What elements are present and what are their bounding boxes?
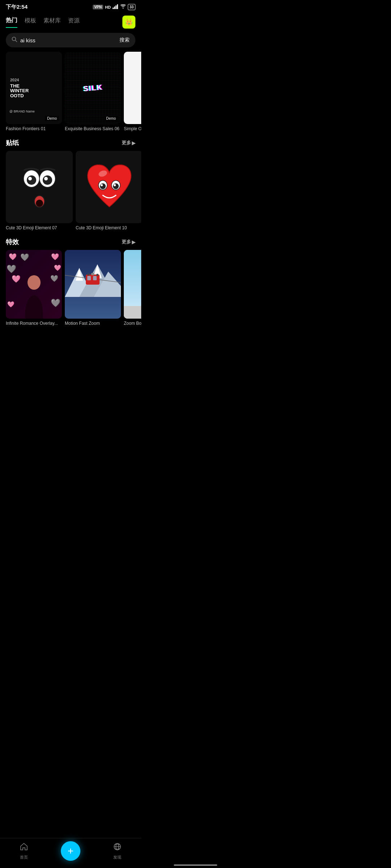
- sticker-thumb-eyes: [6, 151, 73, 223]
- search-button[interactable]: 搜索: [119, 37, 130, 43]
- effect-title-romance: Infinite Romance Overlay...: [6, 321, 62, 326]
- hearts-overlay: 🩷 🩶 🩷 🩶 🩷 🩷 🩶 🩷 🩶: [6, 250, 62, 319]
- sticker-card-emoji10[interactable]: Cute 3D Emoji Element 10: [76, 151, 141, 230]
- effect-card-romance[interactable]: 🩷 🩶 🩷 🩶 🩷 🩷 🩶 🩷 🩶 Infinite Romance Overl…: [6, 250, 62, 326]
- card-simple-outro[interactable]: WWW.FILM... Simple Outro 0...: [124, 52, 141, 131]
- demo-badge-glitch: Demo: [104, 116, 118, 121]
- crown-icon: 👑: [125, 18, 133, 26]
- vpn-badge: VPN: [93, 5, 103, 9]
- svg-rect-51: [124, 306, 141, 319]
- effect-cards-row: 🩷 🩶 🩷 🩶 🩷 🩷 🩶 🩷 🩶 Infinite Romance Overl…: [0, 250, 141, 326]
- svg-point-16: [36, 200, 43, 207]
- effect-thumb-bounce: [124, 250, 141, 319]
- effects-title: 特效: [6, 238, 19, 246]
- stickers-title: 贴纸: [6, 139, 19, 147]
- nav-item-assets[interactable]: 素材库: [43, 17, 61, 27]
- effect-title-zoombounce: Zoom Bounce: [124, 321, 141, 326]
- effect-thumb-zoom: [65, 250, 121, 319]
- svg-rect-2: [115, 5, 117, 9]
- card-title-fashion: Fashion Frontiers 01: [6, 126, 62, 131]
- effect-title-zoom: Motion Fast Zoom: [65, 321, 121, 326]
- sticker-thumb-heart: [76, 151, 141, 223]
- nav-item-trending[interactable]: 热门: [6, 17, 17, 28]
- svg-rect-0: [113, 8, 114, 9]
- search-input[interactable]: ai kiss: [20, 37, 117, 43]
- effects-more-button[interactable]: 更多 ▶: [122, 239, 135, 245]
- svg-line-5: [16, 41, 17, 42]
- status-time: 下午2:54: [6, 4, 28, 10]
- status-bar: 下午2:54 VPN HD 33: [0, 0, 141, 13]
- stickers-section-label: 贴纸 更多 ▶: [0, 137, 141, 151]
- svg-point-46: [96, 274, 98, 276]
- search-bar: ai kiss 搜索: [6, 33, 135, 47]
- svg-rect-3: [117, 4, 118, 9]
- status-icons: VPN HD 33: [93, 4, 135, 10]
- effects-section-label: 特效 更多 ▶: [0, 236, 141, 250]
- svg-rect-43: [93, 276, 97, 280]
- card-fashion-frontiers[interactable]: 2024 THEWINTEROOTD @ BRAND Name Demo Fas…: [6, 52, 62, 131]
- sticker-title-emoji10: Cute 3D Emoji Element 10: [76, 225, 141, 230]
- effects-chevron-icon: ▶: [132, 239, 135, 245]
- hd-badge: HD: [105, 5, 111, 9]
- svg-point-33: [28, 275, 41, 290]
- battery-icon: 33: [128, 4, 135, 10]
- svg-point-11: [27, 175, 36, 185]
- svg-rect-44: [91, 273, 94, 275]
- effect-card-fastzoom[interactable]: Motion Fast Zoom: [65, 250, 121, 326]
- svg-point-13: [28, 177, 32, 180]
- template-cards-row: 2024 THEWINTEROOTD @ BRAND Name Demo Fas…: [0, 52, 141, 131]
- svg-point-12: [43, 175, 52, 185]
- stickers-more-button[interactable]: 更多 ▶: [122, 140, 135, 146]
- effects-section: 特效 更多 ▶ 🩷: [0, 236, 141, 326]
- nav-item-templates[interactable]: 模板: [25, 17, 36, 27]
- card-thumb-glitch: SILK Demo: [65, 52, 121, 124]
- sticker-cards-row: Cute 3D Emoji Element 07: [0, 151, 141, 230]
- svg-point-22: [101, 184, 103, 186]
- svg-point-21: [113, 183, 119, 189]
- glitch-text: SILK: [83, 83, 103, 93]
- svg-rect-1: [114, 7, 115, 9]
- svg-point-20: [100, 183, 106, 189]
- effect-thumb-romance: 🩷 🩶 🩷 🩶 🩷 🩷 🩶 🩷 🩶: [6, 250, 62, 319]
- search-icon: [12, 37, 17, 44]
- stickers-section: 贴纸 更多 ▶: [0, 137, 141, 230]
- sticker-title-emoji07: Cute 3D Emoji Element 07: [6, 225, 73, 230]
- svg-point-4: [12, 37, 16, 41]
- nav-bar: 热门 模板 素材库 资源 👑: [0, 13, 141, 29]
- demo-badge-fashion: Demo: [45, 116, 59, 121]
- signal-icon: [113, 4, 118, 10]
- card-thumb-fashion: 2024 THEWINTEROOTD @ BRAND Name Demo: [6, 52, 62, 124]
- effect-card-zoombounce[interactable]: Zoom Bounce: [124, 250, 141, 326]
- instagram-icon: [141, 74, 142, 95]
- svg-point-14: [44, 177, 48, 180]
- wifi-icon: [120, 4, 126, 10]
- card-title-outro: Simple Outro 0...: [124, 126, 141, 131]
- nav-item-resources[interactable]: 资源: [68, 17, 80, 27]
- svg-point-23: [114, 184, 116, 186]
- chevron-right-icon: ▶: [132, 140, 135, 146]
- card-thumb-outro: WWW.FILM...: [124, 52, 141, 124]
- svg-point-45: [87, 273, 89, 276]
- card-title-glitch: Exquisite Business Sales 06: [65, 126, 121, 131]
- card-exquisite-business[interactable]: SILK Demo Exquisite Business Sales 06: [65, 52, 121, 131]
- svg-rect-42: [87, 276, 91, 280]
- crown-button[interactable]: 👑: [122, 16, 135, 29]
- sticker-card-emoji07[interactable]: Cute 3D Emoji Element 07: [6, 151, 73, 230]
